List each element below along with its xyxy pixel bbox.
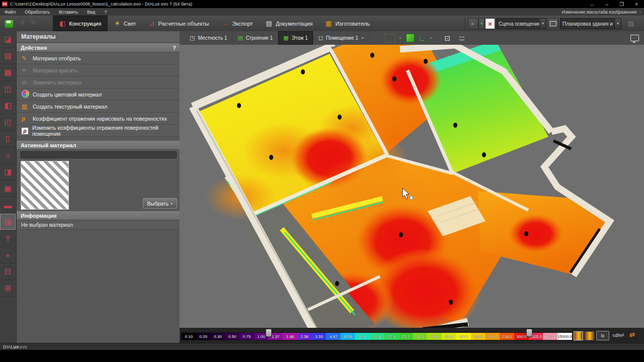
column-tool[interactable]: ▯ <box>0 131 16 147</box>
chevron-down-icon[interactable]: ▼ <box>361 37 364 40</box>
action-texture[interactable]: ▨Создать текстурный материал <box>17 101 180 113</box>
tab-calc-objects[interactable]: ⊿Расчетные объекты <box>142 16 215 31</box>
texture-icon: ▨ <box>22 103 33 110</box>
breadcrumb: ◳Местность 1▤Строение 1▦Этаж 1◻Помещение… <box>185 31 370 45</box>
chevron-right-icon: › <box>639 10 641 15</box>
scale-range-handle[interactable] <box>526 329 532 337</box>
display-output-button[interactable] <box>630 35 639 41</box>
light-scene-value: Сцена освещения 1 <box>497 21 539 27</box>
3d-viewport[interactable] <box>180 45 644 328</box>
window-tool[interactable]: ◫ <box>0 81 16 98</box>
light-scene-select[interactable]: Сцена освещения 1 ▼ <box>496 18 546 29</box>
cancel-calculation-button[interactable]: × <box>485 18 495 29</box>
opening-tool[interactable]: ◨ <box>0 164 16 180</box>
room-outline-tool[interactable]: ◰ <box>0 114 16 131</box>
start-calculation-button[interactable]: ▶ <box>468 18 478 29</box>
fit-view-button[interactable]: ⊡ <box>444 34 450 42</box>
scale-segment: 12.6 <box>370 333 384 340</box>
object-tool[interactable]: ▣ <box>0 180 16 197</box>
help-icon[interactable]: ? <box>173 45 176 51</box>
scale-value: 17.3 <box>387 334 395 339</box>
luminaire-dot <box>524 231 528 236</box>
redo-icon[interactable]: ↻ <box>28 19 39 31</box>
tab-export[interactable]: →Экспорт <box>215 16 259 31</box>
unit-cdm2-button[interactable]: cd/m² <box>610 331 627 339</box>
furniture-button[interactable] <box>384 34 395 43</box>
unit-lx-button[interactable]: lx <box>596 331 609 340</box>
toolbar-separator <box>465 17 465 30</box>
scale-range-handle[interactable] <box>266 329 272 337</box>
breadcrumb-storey[interactable]: ▦Этаж 1 <box>278 31 313 45</box>
tab-manufacturer[interactable]: ▦Изготовитель <box>319 16 376 31</box>
close-button[interactable]: × <box>635 2 638 7</box>
actions-section-header: Действия ? <box>17 43 180 52</box>
window-tool-icon: ◫ <box>4 84 11 94</box>
action-color-palette[interactable]: Создать цветовой материал <box>17 88 180 101</box>
action-replace: ⇄Заменить материал <box>17 76 180 88</box>
breadcrumb-site[interactable]: ◳Местность 1 <box>185 31 232 45</box>
tab-light[interactable]: ☀Свет <box>108 16 142 31</box>
material-tool[interactable]: ▨ <box>0 214 16 230</box>
action-rho-edit[interactable]: ρИзменить коэффициенты отражения поверхн… <box>17 125 180 137</box>
selection-tool[interactable]: ⊡ <box>0 263 16 280</box>
view-3d-button[interactable] <box>406 34 415 42</box>
menu-item-Вид[interactable]: Вид <box>83 10 100 15</box>
color-palette-icon <box>22 90 29 98</box>
swap-scale-icon[interactable]: ⇄ <box>629 331 635 338</box>
chevron-down-icon: ▼ <box>399 37 402 40</box>
menu-item-Вставить[interactable]: Вставить <box>54 10 83 15</box>
scale-segment: 218.0 <box>500 333 514 340</box>
brand-part: ux <box>14 344 19 349</box>
active-material-swatch[interactable] <box>21 161 69 210</box>
menu-item-Файл[interactable]: Файл <box>0 10 20 15</box>
select-material-button[interactable]: Выбрать ▸ <box>143 198 177 209</box>
brand-part: DIAL <box>3 344 14 349</box>
tab-label: Изготовитель <box>335 21 369 27</box>
material-name-field[interactable] <box>21 151 177 158</box>
maximize-button[interactable]: ❒ <box>619 2 624 7</box>
tab-construction[interactable]: ◧Конструкция <box>53 16 108 31</box>
menu-item-?[interactable]: ? <box>100 10 111 15</box>
undo-icon[interactable]: ↺ <box>17 19 28 31</box>
view-2d-button[interactable]: ∟ <box>419 35 426 42</box>
luminaire-dot <box>370 53 374 58</box>
action-rho-paint[interactable]: ρКоэффициент отражения нарисовать на пов… <box>17 113 180 125</box>
tab-documentation[interactable]: ▤Документация <box>260 16 319 31</box>
save-button[interactable] <box>5 20 14 28</box>
hierarchy-tool[interactable]: ⊞ <box>0 280 16 297</box>
action-label: Заменить материал <box>33 79 82 85</box>
door-tool[interactable]: ◧ <box>0 98 16 114</box>
chevron-down-icon: ▼ <box>614 19 621 29</box>
site-tool[interactable]: ◪ <box>0 31 16 48</box>
room-outline-tool-icon: ◰ <box>4 118 11 127</box>
menu-item-Обработать[interactable]: Обработать <box>20 10 54 15</box>
scale-value: 1.00 <box>257 334 265 339</box>
scale-segment: 15000.0 <box>557 333 572 340</box>
storey-tool[interactable]: ▦ <box>0 64 16 81</box>
colorscale-preset-1-button[interactable] <box>574 331 583 340</box>
column-add-tool[interactable]: + <box>0 247 16 263</box>
column-tool-icon: ▯ <box>6 134 10 143</box>
calc-dropdown-caret[interactable]: ▼ <box>478 18 485 29</box>
scale-segment: 0.75 <box>239 333 254 340</box>
dimensions-button[interactable]: н–н mm <box>459 35 464 41</box>
building-tool[interactable]: ▤ <box>0 48 16 64</box>
minimize-button[interactable]: – <box>606 2 609 7</box>
brush-icon: ✒ <box>22 67 33 74</box>
ceiling-tool[interactable]: ▬ <box>0 197 16 214</box>
roof-tool[interactable]: ⌂ <box>0 147 16 164</box>
construction-icon: ◧ <box>59 20 65 27</box>
breadcrumb-room[interactable]: ◻Помещение 1▼ <box>313 31 370 45</box>
site-icon: ◳ <box>190 35 195 41</box>
false-color-scale: 0.100.200.300.500.751.001.371.882.583.55… <box>181 332 573 340</box>
resize-icon[interactable]: ↔ <box>590 2 595 7</box>
construction-tool-strip: ◪▤▦◫◧◰▯⌂◨▣▬▨T+⊡⊞ <box>0 31 16 343</box>
triangle-right-icon: ▸ <box>171 202 173 206</box>
action-pipette[interactable]: ✎Материал отобрать <box>17 52 180 64</box>
breadcrumb-building[interactable]: ▤Строение 1 <box>232 31 278 45</box>
colorscale-preset-2-button[interactable] <box>585 331 594 340</box>
view-mode-select[interactable]: Планировка здания и в... ▼ <box>560 18 621 29</box>
luminaire-dot <box>335 281 339 286</box>
text-tool[interactable]: T <box>0 230 16 247</box>
scene-display-button[interactable] <box>547 18 558 29</box>
